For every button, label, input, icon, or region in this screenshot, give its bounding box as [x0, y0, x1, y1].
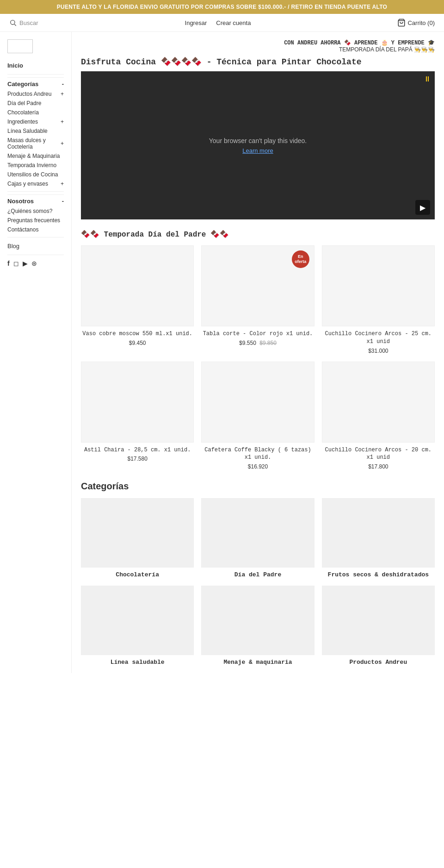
sidebar-item-temporada-invierno[interactable]: Temporada Invierno [7, 161, 64, 170]
pause-button[interactable]: ⏸ [424, 75, 431, 83]
product-card-2[interactable]: Enoferta Tabla corte - Color rojo x1 uni… [201, 245, 314, 354]
categorias-minus-icon: - [62, 81, 64, 87]
product-image-4 [81, 362, 194, 443]
category-image-linea-saludable [81, 586, 194, 655]
sidebar-item-dia-padre[interactable]: Día del Padre [7, 99, 64, 108]
sidebar-item-chocolateria[interactable]: Chocolatería [7, 108, 64, 117]
sidebar-item-menaje[interactable]: Menaje & Maquinaria [7, 151, 64, 161]
page-layout: Inicio Categorías - Productos Andreu + D… [0, 32, 444, 673]
category-image-menaje [201, 586, 314, 655]
categories-grid: Chocolatería Día del Padre Frutos secos … [81, 498, 435, 666]
video-title: Disfruta Cocina 🍫🍫🍫🍫 - Técnica para Pint… [81, 56, 435, 67]
create-account-link[interactable]: Crear cuenta [216, 19, 251, 26]
product-name-5: Cafetera Coffe Blacky ( 6 tazas) x1 unid… [201, 446, 314, 462]
main-content: CON ANDREU AHORRA 🍫 APRENDE 🎂 Y EMPRENDE… [72, 32, 444, 673]
product-name-3: Cuchillo Cocinero Arcos - 25 cm. x1 unid [322, 330, 435, 346]
promo-line2: TEMPORADA DÍA DEL PAPÁ 👨‍🍳👨‍🍳👨‍🍳 [81, 46, 435, 53]
sale-badge-2: Enoferta [292, 250, 309, 268]
video-container: ⏸ Your browser can't play this video. Le… [81, 71, 435, 219]
sidebar: Inicio Categorías - Productos Andreu + D… [0, 32, 72, 673]
product-name-2: Tabla corte - Color rojo x1 unid. [201, 330, 314, 338]
sidebar-item-cajas[interactable]: Cajas y envases + [7, 179, 64, 188]
categories-section-title: Categorías [81, 481, 435, 492]
nosotros-minus-icon: - [62, 198, 64, 205]
rss-icon[interactable]: ⊛ [31, 260, 37, 267]
category-image-dia-padre [201, 498, 314, 568]
sidebar-item-masas[interactable]: Masas dulces y Coctelería + [7, 136, 64, 151]
category-name-productos-andreu: Productos Andreu [349, 659, 407, 666]
login-link[interactable]: Ingresar [185, 19, 207, 26]
category-image-productos-andreu [322, 586, 435, 655]
product-name-6: Cuchillo Cocinero Arcos - 20 cm. x1 unid [322, 446, 435, 462]
product-card-1[interactable]: Vaso cobre moscow 550 ml.x1 unid. $9.450 [81, 245, 194, 354]
promo-text-area: CON ANDREU AHORRA 🍫 APRENDE 🎂 Y EMPRENDE… [81, 39, 435, 53]
product-price-6: $17.800 [322, 463, 435, 470]
nosotros-label: Nosotros [7, 198, 34, 205]
top-banner: PUENTE ALTO Y LA FLORIDA ENVIO GRATUITO … [0, 0, 444, 14]
navbar: Buscar Ingresar Crear cuenta Carrito (0) [0, 14, 444, 32]
category-card-menaje[interactable]: Menaje & maquinaria [201, 586, 314, 666]
category-card-productos-andreu[interactable]: Productos Andreu [322, 586, 435, 666]
product-name-1: Vaso cobre moscow 550 ml.x1 unid. [81, 330, 194, 338]
svg-line-1 [14, 24, 16, 26]
products-grid: Vaso cobre moscow 550 ml.x1 unid. $9.450… [81, 245, 435, 470]
instagram-icon[interactable]: ◻ [13, 260, 19, 267]
product-image-5 [201, 362, 314, 443]
product-price-1: $9.450 [81, 340, 194, 346]
sidebar-item-ingredientes[interactable]: Ingredientes + [7, 117, 64, 126]
search-bar[interactable]: Buscar [9, 19, 38, 26]
cart-label: Carrito (0) [407, 19, 435, 26]
navbar-center: Ingresar Crear cuenta [185, 19, 251, 26]
sidebar-categorias-header[interactable]: Categorías - [7, 77, 64, 89]
product-image-1 [81, 245, 194, 326]
sidebar-item-blog[interactable]: Blog [7, 240, 64, 252]
facebook-icon[interactable]: f [7, 260, 10, 267]
category-name-menaje: Menaje & maquinaria [223, 659, 292, 666]
cart-button[interactable]: Carrito (0) [397, 19, 435, 27]
product-card-3[interactable]: Cuchillo Cocinero Arcos - 25 cm. x1 unid… [322, 245, 435, 354]
product-image-3 [322, 245, 435, 326]
product-price-3: $31.000 [322, 348, 435, 354]
sidebar-nosotros-header[interactable]: Nosotros - [7, 194, 64, 206]
plus-icon: + [61, 91, 64, 97]
product-image-2: Enoferta [201, 245, 314, 326]
categorias-label: Categorías [7, 81, 38, 87]
sidebar-item-linea-saludable[interactable]: Línea Saludable [7, 126, 64, 136]
svg-point-0 [11, 20, 15, 25]
sidebar-nav-items: Productos Andreu + Día del Padre Chocola… [7, 89, 64, 188]
search-icon [9, 19, 17, 26]
sidebar-social: f ◻ ▶ ⊛ [7, 260, 64, 267]
products-section-title: 🍫🍫 Temporada Día del Padre 🍫🍫 [81, 230, 435, 239]
sidebar-item-productos-andreu[interactable]: Productos Andreu + [7, 89, 64, 99]
youtube-icon[interactable]: ▶ [23, 260, 28, 267]
category-name-linea-saludable: Línea saludable [111, 659, 165, 666]
sidebar-item-quienes-somos[interactable]: ¿Quiénes somos? [7, 206, 64, 216]
category-card-chocolateria[interactable]: Chocolatería [81, 498, 194, 578]
product-card-6[interactable]: Cuchillo Cocinero Arcos - 20 cm. x1 unid… [322, 362, 435, 470]
promo-line1: CON ANDREU AHORRA 🍫 APRENDE 🎂 Y EMPRENDE… [81, 39, 435, 46]
sidebar-item-preguntas[interactable]: Preguntas frecuentes [7, 216, 64, 225]
banner-text: PUENTE ALTO Y LA FLORIDA ENVIO GRATUITO … [57, 4, 387, 10]
category-card-linea-saludable[interactable]: Línea saludable [81, 586, 194, 666]
category-card-dia-padre[interactable]: Día del Padre [201, 498, 314, 578]
cart-icon [397, 19, 406, 27]
sidebar-item-utensilios[interactable]: Utensilios de Cocina [7, 170, 64, 179]
sidebar-logo [7, 39, 33, 53]
category-name-dia-padre: Día del Padre [234, 571, 281, 578]
search-placeholder: Buscar [19, 19, 38, 26]
category-image-chocolateria [81, 498, 194, 568]
category-name-frutos-secos: Frutos secos & deshidratados [328, 571, 429, 578]
category-card-frutos-secos[interactable]: Frutos secos & deshidratados [322, 498, 435, 578]
category-name-chocolateria: Chocolatería [116, 571, 159, 578]
product-card-5[interactable]: Cafetera Coffe Blacky ( 6 tazas) x1 unid… [201, 362, 314, 470]
sidebar-item-contactanos[interactable]: Contáctanos [7, 225, 64, 234]
product-image-6 [322, 362, 435, 443]
sidebar-item-inicio[interactable]: Inicio [7, 60, 64, 71]
video-browser-message: Your browser can't play this video. [209, 137, 307, 144]
product-original-price-2: $9.850 [259, 340, 277, 346]
product-card-4[interactable]: Astil Chaira - 28,5 cm. x1 unid. $17.580 [81, 362, 194, 470]
product-name-4: Astil Chaira - 28,5 cm. x1 unid. [81, 446, 194, 454]
plus-icon: + [61, 119, 64, 125]
play-button[interactable]: ▶ [415, 200, 430, 215]
learn-more-link[interactable]: Learn more [242, 147, 273, 154]
